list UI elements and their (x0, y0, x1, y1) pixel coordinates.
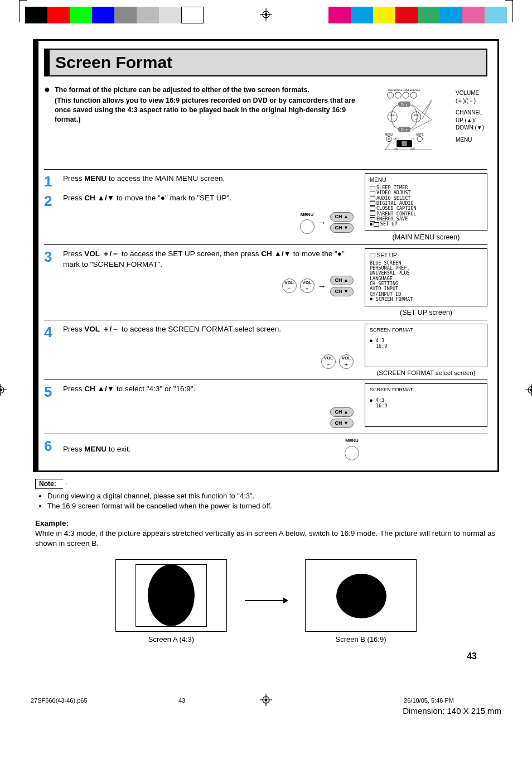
color-bar-right (328, 7, 507, 23)
intro-line2: (This function allows you to view 16:9 p… (55, 96, 365, 124)
sf2-title: SCREEN FORMAT (370, 387, 482, 393)
registration-mark-left (0, 384, 7, 398)
vol-plus-button[interactable]: VOL + (300, 278, 315, 293)
step-num-1: 1 (44, 173, 56, 190)
svg-text:TV: TV (411, 138, 414, 140)
s1-c: to access the MAIN MENU screen. (107, 174, 225, 183)
s6-b: MENU (84, 445, 107, 453)
step-5: 5 Press CH ▲/▼ to select "4:3" or "16:9"… (44, 383, 358, 429)
s2-a: Press (63, 194, 84, 202)
s1-b: MENU (84, 174, 107, 183)
s2-b: CH ▲/▼ (84, 194, 114, 202)
s3-d: CH ▲/▼ (261, 249, 291, 258)
registration-mark-bottom (260, 694, 272, 707)
step-6: 6 Press MENU to exit. MENU (44, 438, 487, 460)
print-top-bar (0, 0, 532, 28)
s4-a: Press (63, 325, 84, 333)
intro-row: ● The format of the picture can be adjus… (44, 85, 487, 158)
svg-text:MENU: MENU (385, 133, 393, 136)
svg-text:CH ▲: CH ▲ (401, 103, 408, 106)
svg-line-42 (412, 120, 432, 130)
s5-b: CH ▲/▼ (84, 385, 114, 393)
example-section: Example: While in 4:3 mode, if the pictu… (33, 519, 499, 643)
intro-text: ● The format of the picture can be adjus… (44, 85, 365, 158)
s2-c: to move the "●" mark to "SET UP". (114, 194, 231, 202)
registration-mark-top (260, 8, 272, 22)
content-frame: Screen Format ● The format of the pictur… (33, 39, 499, 472)
s3-c: to access the SET UP screen, then press (119, 249, 261, 258)
svg-point-16 (410, 92, 417, 98)
btn-menu-label: MENU (345, 438, 359, 444)
screen-b-illustration: Screen B (16:9) (305, 559, 417, 643)
ch-down-button[interactable]: CH ▼ (330, 419, 354, 428)
svg-marker-46 (283, 597, 288, 604)
mm-item: ●SET UP (370, 222, 482, 227)
s6-c: to exit. (107, 445, 131, 453)
s5-c: to select "4:3" or "16:9". (114, 385, 195, 393)
s6-a: Press (63, 445, 84, 453)
setup-screen: SET UP BLUE SCREEN PERSONAL PREF. UNIVER… (365, 248, 487, 306)
s4-b: VOL ＋/－ (84, 325, 119, 333)
intro-line1: The format of the picture can be adjuste… (55, 85, 365, 95)
su-caption: (SET UP screen) (365, 309, 487, 316)
rl-volsign: (＋)/(－) (456, 98, 476, 104)
s4-c: to access the SCREEN FORMAT select scree… (119, 325, 281, 333)
color-bar-left (25, 7, 204, 23)
ch-up-button[interactable]: CH ▲ (330, 407, 354, 417)
menu-button[interactable] (345, 446, 359, 460)
page-content: Screen Format ● The format of the pictur… (33, 39, 499, 673)
svg-text:PERSONAL PREFERENCE: PERSONAL PREFERENCE (388, 89, 420, 92)
arrow-right-icon (244, 595, 288, 608)
svg-point-15 (403, 92, 409, 98)
bullet-icon: ● (44, 85, 50, 124)
example-body: While in 4:3 mode, if the picture appear… (35, 529, 497, 549)
section-title-bar: Screen Format (44, 49, 487, 76)
svg-text:CH ▼: CH ▼ (401, 128, 408, 131)
sf2-item: 16:9 (370, 404, 482, 409)
s3-a: Press (63, 249, 84, 258)
menu-button[interactable] (300, 219, 315, 234)
screen-format-select-screen: SCREEN FORMAT 4:3 16:9 (365, 324, 487, 367)
step-num-2: 2 (44, 193, 56, 234)
vol-minus-button[interactable]: VOL − (321, 354, 336, 369)
svg-text:VOL: VOL (390, 114, 395, 117)
registration-mark-right (525, 384, 532, 398)
sf-item: 16:9 (370, 344, 482, 349)
rl-menu: MENU (456, 137, 472, 143)
svg-rect-3 (265, 13, 267, 16)
rl-volume: VOLUME (456, 90, 479, 96)
rl-down: DOWN (▼) (456, 124, 484, 131)
s5-a: Press (63, 385, 84, 393)
step-num-5: 5 (44, 383, 56, 429)
s1-a: Press (63, 174, 84, 183)
svg-line-39 (422, 100, 432, 114)
mm-title: MENU (370, 177, 482, 183)
note-item-1: During viewing a digital channel, please… (47, 491, 497, 501)
ch-down-button[interactable]: CH ▼ (330, 223, 354, 233)
ch-down-button[interactable]: CH ▼ (330, 287, 354, 296)
vol-plus-button[interactable]: VOL + (339, 354, 354, 369)
btn-menu-label: MENU (301, 212, 314, 218)
screen-b-caption: Screen B (16:9) (305, 635, 417, 643)
step-num-3: 3 (44, 248, 56, 296)
svg-point-13 (388, 92, 394, 98)
sf-title: SCREEN FORMAT (370, 328, 482, 333)
screen-a-illustration: Screen A (4:3) (115, 559, 227, 643)
remote-diagram: PERSONAL PREFERENCE CH ▲ CH ▼ VOL − VOL (370, 85, 487, 158)
rl-up: UP (▲)/ (456, 117, 476, 123)
ch-up-button[interactable]: CH ▲ (330, 276, 354, 285)
su-item: SCREEN FORMAT (370, 297, 482, 302)
screen-a-caption: Screen A (4:3) (115, 635, 227, 643)
note-item-2: The 16:9 screen format will be cancelled… (47, 501, 497, 511)
vol-minus-button[interactable]: VOL − (282, 278, 297, 293)
notes-section: Note: During viewing a digital channel, … (33, 479, 499, 511)
svg-text:−: − (391, 117, 393, 121)
svg-rect-34 (402, 141, 407, 146)
screen-format-select-screen-2: SCREEN FORMAT 4:3 16:9 (365, 383, 487, 427)
print-date: 26/10/05, 5:46 PM (404, 697, 454, 704)
page-footer: 43 (33, 651, 499, 661)
ch-up-button[interactable]: CH ▲ (330, 212, 354, 222)
svg-text:VOL: VOL (414, 114, 419, 117)
print-pagenum: 43 (178, 697, 185, 704)
arrow-icon: → (318, 280, 327, 292)
